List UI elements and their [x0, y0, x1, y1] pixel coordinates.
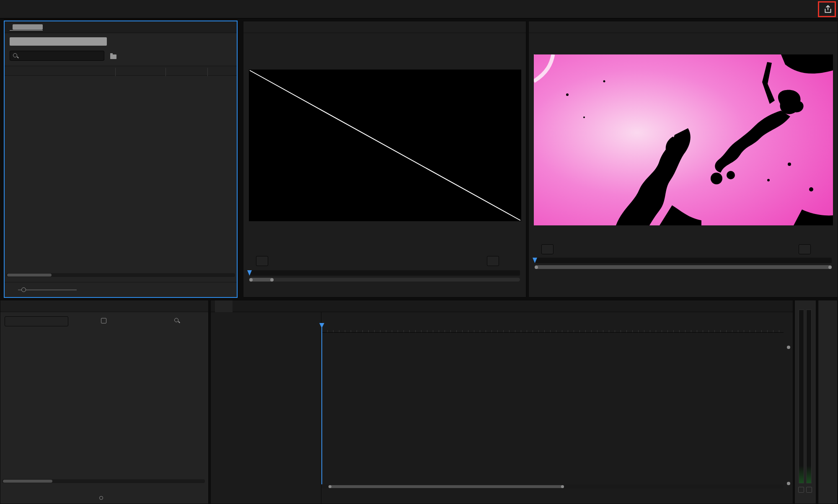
program-time-ruler[interactable]: [535, 258, 832, 263]
source-zoom-select[interactable]: [256, 256, 268, 266]
watermark-diagonal-image: [249, 70, 521, 221]
search-icon[interactable]: [174, 318, 180, 324]
tab-project[interactable]: [10, 23, 43, 31]
source-video-frame[interactable]: [249, 70, 521, 221]
timeline-ruler[interactable]: [321, 323, 784, 333]
program-playhead[interactable]: [533, 258, 537, 263]
source-time-ruler[interactable]: [249, 270, 520, 276]
timeline-body: [211, 312, 793, 504]
zoom-slider[interactable]: [18, 289, 77, 290]
search-input[interactable]: [10, 51, 104, 61]
media-browser-tabbar: [0, 300, 208, 312]
source-tabbar: [243, 21, 526, 33]
thumbnail-size-knob[interactable]: [99, 496, 103, 500]
program-zoom-scrollbar[interactable]: [535, 265, 832, 269]
program-quality-select[interactable]: [799, 244, 811, 254]
share-icon: [823, 5, 833, 14]
solo-button[interactable]: [798, 487, 804, 493]
timeline-content[interactable]: [321, 312, 784, 504]
audio-meter-left: [799, 310, 804, 483]
new-search-bin-button[interactable]: [110, 52, 122, 61]
source-zoom-scrollbar[interactable]: [249, 278, 520, 282]
project-tabbar: [5, 21, 237, 33]
share-button[interactable]: [823, 5, 833, 16]
vertical-scrollbar[interactable]: [786, 346, 791, 485]
premiere-pro-window: [0, 0, 838, 504]
audio-meters-panel: [794, 300, 816, 504]
ingest-checkbox[interactable]: [101, 318, 106, 323]
program-zoom-select[interactable]: [541, 244, 553, 254]
media-browser-panel: [0, 300, 209, 504]
redacted-project-name: [13, 24, 43, 30]
timeline-tabbar: [211, 300, 793, 312]
redacted-project-name-field: [10, 37, 107, 46]
track-headers: [211, 312, 321, 504]
solo-button[interactable]: [806, 487, 812, 493]
track-lanes: [321, 312, 784, 504]
program-monitor-panel: [528, 21, 838, 297]
source-monitor-panel: [243, 21, 526, 297]
tab-sequence[interactable]: [215, 300, 233, 312]
favorites-select[interactable]: [5, 316, 68, 326]
source-playhead[interactable]: [247, 270, 252, 276]
search-icon: [13, 53, 19, 59]
media-toolbar-icons: [146, 318, 186, 324]
source-quality-select[interactable]: [487, 256, 499, 266]
horizontal-scrollbar[interactable]: [321, 485, 784, 488]
horizontal-scrollbar[interactable]: [6, 273, 235, 277]
horizontal-scrollbar[interactable]: [2, 479, 205, 483]
ingest-toggle[interactable]: [101, 318, 110, 323]
program-controls: [535, 244, 832, 254]
map-frame-image: [534, 54, 833, 225]
playhead[interactable]: [321, 323, 322, 484]
source-controls: [249, 256, 520, 266]
tools-panel: [818, 300, 838, 504]
program-video-frame[interactable]: [534, 54, 833, 225]
folder-icon: [110, 54, 116, 59]
audio-meter-right: [806, 310, 812, 483]
media-footer-icons: [99, 496, 103, 500]
project-footer: [5, 282, 237, 297]
project-panel: [4, 21, 237, 297]
top-bar: [0, 0, 838, 18]
zoom-slider-knob[interactable]: [21, 287, 26, 292]
timeline-panel: [210, 300, 793, 504]
program-tabbar: [529, 21, 838, 33]
column-headers: [5, 66, 237, 76]
